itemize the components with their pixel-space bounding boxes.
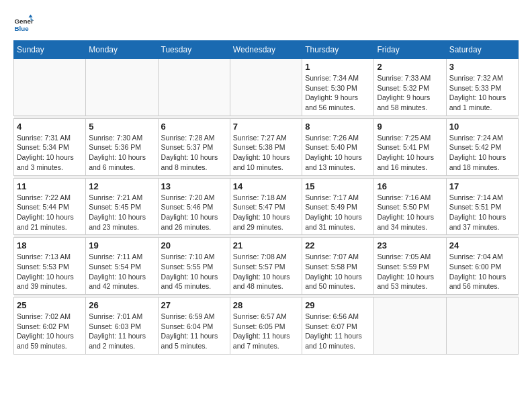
day-info: Sunrise: 6:59 AM Sunset: 6:04 PM Dayligh… <box>161 312 227 351</box>
calendar: SundayMondayTuesdayWednesdayThursdayFrid… <box>13 40 519 355</box>
weekday-header-row: SundayMondayTuesdayWednesdayThursdayFrid… <box>14 41 519 59</box>
day-info: Sunrise: 7:32 AM Sunset: 5:33 PM Dayligh… <box>449 73 515 113</box>
day-info: Sunrise: 7:14 AM Sunset: 5:51 PM Dayligh… <box>449 193 515 232</box>
day-info: Sunrise: 7:31 AM Sunset: 5:34 PM Dayligh… <box>17 133 83 173</box>
day-number: 9 <box>377 122 443 132</box>
day-info: Sunrise: 7:08 AM Sunset: 5:57 PM Dayligh… <box>233 252 299 291</box>
day-cell: 5Sunrise: 7:30 AM Sunset: 5:36 PM Daylig… <box>86 118 158 175</box>
day-number: 29 <box>305 300 371 310</box>
day-info: Sunrise: 6:56 AM Sunset: 6:07 PM Dayligh… <box>305 312 371 351</box>
day-info: Sunrise: 7:05 AM Sunset: 5:59 PM Dayligh… <box>377 252 443 291</box>
day-cell: 18Sunrise: 7:13 AM Sunset: 5:53 PM Dayli… <box>14 238 86 295</box>
day-number: 11 <box>17 181 83 191</box>
day-number: 3 <box>449 62 515 72</box>
day-cell: 17Sunrise: 7:14 AM Sunset: 5:51 PM Dayli… <box>446 178 518 235</box>
day-cell: 16Sunrise: 7:16 AM Sunset: 5:50 PM Dayli… <box>374 178 446 235</box>
weekday-header-wednesday: Wednesday <box>230 41 302 59</box>
day-cell <box>86 59 158 116</box>
day-info: Sunrise: 7:30 AM Sunset: 5:36 PM Dayligh… <box>89 133 154 173</box>
day-cell: 3Sunrise: 7:32 AM Sunset: 5:33 PM Daylig… <box>446 59 518 116</box>
day-number: 23 <box>377 240 443 250</box>
day-cell: 9Sunrise: 7:25 AM Sunset: 5:41 PM Daylig… <box>374 118 446 175</box>
day-number: 14 <box>233 181 299 191</box>
weekday-header-friday: Friday <box>374 41 446 59</box>
day-cell: 10Sunrise: 7:24 AM Sunset: 5:42 PM Dayli… <box>446 118 518 175</box>
day-number: 21 <box>233 240 299 250</box>
day-number: 17 <box>449 181 515 191</box>
day-cell: 22Sunrise: 7:07 AM Sunset: 5:58 PM Dayli… <box>302 238 374 295</box>
day-info: Sunrise: 7:02 AM Sunset: 6:02 PM Dayligh… <box>17 312 83 351</box>
day-cell: 25Sunrise: 7:02 AM Sunset: 6:02 PM Dayli… <box>14 298 86 355</box>
logo: General Blue <box>13 13 36 34</box>
day-info: Sunrise: 7:27 AM Sunset: 5:38 PM Dayligh… <box>233 133 299 173</box>
day-number: 26 <box>89 300 154 310</box>
day-cell <box>374 298 446 355</box>
svg-marker-2 <box>29 15 33 18</box>
weekday-header-monday: Monday <box>86 41 158 59</box>
day-cell: 11Sunrise: 7:22 AM Sunset: 5:44 PM Dayli… <box>14 178 86 235</box>
day-info: Sunrise: 7:13 AM Sunset: 5:53 PM Dayligh… <box>17 252 83 291</box>
day-cell: 26Sunrise: 7:01 AM Sunset: 6:03 PM Dayli… <box>86 298 158 355</box>
logo-icon: General Blue <box>13 13 34 34</box>
day-info: Sunrise: 7:28 AM Sunset: 5:37 PM Dayligh… <box>161 133 227 173</box>
week-row-3: 11Sunrise: 7:22 AM Sunset: 5:44 PM Dayli… <box>14 178 519 235</box>
day-info: Sunrise: 7:16 AM Sunset: 5:50 PM Dayligh… <box>377 193 443 232</box>
day-cell: 21Sunrise: 7:08 AM Sunset: 5:57 PM Dayli… <box>230 238 302 295</box>
day-cell: 15Sunrise: 7:17 AM Sunset: 5:49 PM Dayli… <box>302 178 374 235</box>
day-cell <box>14 59 86 116</box>
day-number: 28 <box>233 300 299 310</box>
day-number: 2 <box>377 62 443 72</box>
day-cell <box>230 59 302 116</box>
day-cell <box>158 59 230 116</box>
day-cell: 23Sunrise: 7:05 AM Sunset: 5:59 PM Dayli… <box>374 238 446 295</box>
weekday-header-sunday: Sunday <box>14 41 86 59</box>
weekday-header-saturday: Saturday <box>446 41 518 59</box>
week-row-2: 4Sunrise: 7:31 AM Sunset: 5:34 PM Daylig… <box>14 118 519 175</box>
day-cell: 6Sunrise: 7:28 AM Sunset: 5:37 PM Daylig… <box>158 118 230 175</box>
day-info: Sunrise: 7:21 AM Sunset: 5:45 PM Dayligh… <box>89 193 154 232</box>
day-info: Sunrise: 7:24 AM Sunset: 5:42 PM Dayligh… <box>449 133 515 173</box>
day-number: 18 <box>17 240 83 250</box>
day-number: 8 <box>305 122 371 132</box>
day-number: 6 <box>161 122 227 132</box>
day-number: 13 <box>161 181 227 191</box>
day-cell: 20Sunrise: 7:10 AM Sunset: 5:55 PM Dayli… <box>158 238 230 295</box>
day-cell: 8Sunrise: 7:26 AM Sunset: 5:40 PM Daylig… <box>302 118 374 175</box>
day-number: 12 <box>89 181 154 191</box>
weekday-header-tuesday: Tuesday <box>158 41 230 59</box>
week-row-4: 18Sunrise: 7:13 AM Sunset: 5:53 PM Dayli… <box>14 238 519 295</box>
day-info: Sunrise: 7:17 AM Sunset: 5:49 PM Dayligh… <box>305 193 371 232</box>
day-info: Sunrise: 7:10 AM Sunset: 5:55 PM Dayligh… <box>161 252 227 291</box>
weekday-header-thursday: Thursday <box>302 41 374 59</box>
day-info: Sunrise: 7:04 AM Sunset: 6:00 PM Dayligh… <box>449 252 515 291</box>
day-cell: 13Sunrise: 7:20 AM Sunset: 5:46 PM Dayli… <box>158 178 230 235</box>
day-info: Sunrise: 7:11 AM Sunset: 5:54 PM Dayligh… <box>89 252 154 291</box>
week-row-1: 1Sunrise: 7:34 AM Sunset: 5:30 PM Daylig… <box>14 59 519 116</box>
day-number: 10 <box>449 122 515 132</box>
day-number: 16 <box>377 181 443 191</box>
week-row-5: 25Sunrise: 7:02 AM Sunset: 6:02 PM Dayli… <box>14 298 519 355</box>
day-cell: 27Sunrise: 6:59 AM Sunset: 6:04 PM Dayli… <box>158 298 230 355</box>
day-info: Sunrise: 7:22 AM Sunset: 5:44 PM Dayligh… <box>17 193 83 232</box>
day-number: 27 <box>161 300 227 310</box>
day-number: 5 <box>89 122 154 132</box>
day-cell: 19Sunrise: 7:11 AM Sunset: 5:54 PM Dayli… <box>86 238 158 295</box>
day-number: 4 <box>17 122 83 132</box>
day-info: Sunrise: 7:34 AM Sunset: 5:30 PM Dayligh… <box>305 73 371 113</box>
day-cell: 4Sunrise: 7:31 AM Sunset: 5:34 PM Daylig… <box>14 118 86 175</box>
day-cell: 7Sunrise: 7:27 AM Sunset: 5:38 PM Daylig… <box>230 118 302 175</box>
day-cell: 24Sunrise: 7:04 AM Sunset: 6:00 PM Dayli… <box>446 238 518 295</box>
day-number: 20 <box>161 240 227 250</box>
day-cell: 1Sunrise: 7:34 AM Sunset: 5:30 PM Daylig… <box>302 59 374 116</box>
day-info: Sunrise: 7:07 AM Sunset: 5:58 PM Dayligh… <box>305 252 371 291</box>
day-cell: 2Sunrise: 7:33 AM Sunset: 5:32 PM Daylig… <box>374 59 446 116</box>
day-info: Sunrise: 7:01 AM Sunset: 6:03 PM Dayligh… <box>89 312 154 351</box>
header: General Blue <box>13 13 519 34</box>
day-cell: 14Sunrise: 7:18 AM Sunset: 5:47 PM Dayli… <box>230 178 302 235</box>
svg-text:Blue: Blue <box>15 25 30 32</box>
day-number: 19 <box>89 240 154 250</box>
day-cell: 28Sunrise: 6:57 AM Sunset: 6:05 PM Dayli… <box>230 298 302 355</box>
day-number: 25 <box>17 300 83 310</box>
day-cell <box>446 298 518 355</box>
day-info: Sunrise: 7:26 AM Sunset: 5:40 PM Dayligh… <box>305 133 371 173</box>
